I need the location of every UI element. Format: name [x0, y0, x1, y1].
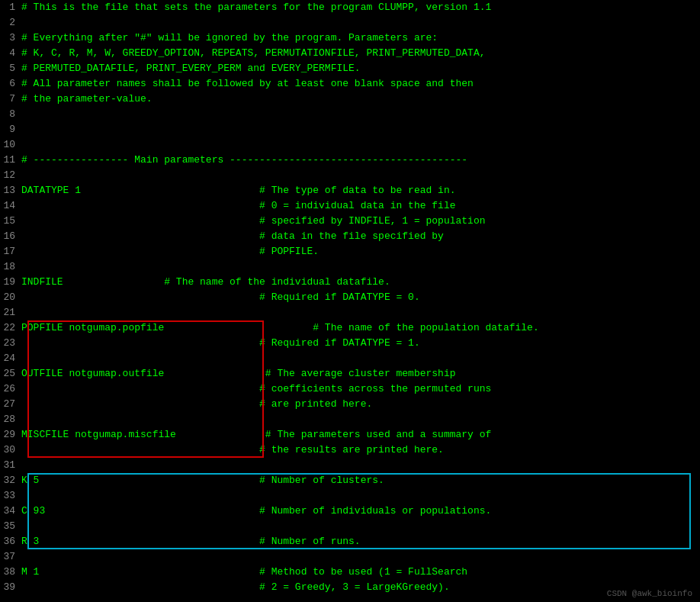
line-number: 11 [0, 153, 21, 168]
table-row: 26 # coefficients across the permuted ru… [0, 381, 700, 397]
table-row: 35 [0, 519, 700, 534]
line-number: 39 [0, 580, 21, 595]
line-number: 14 [0, 198, 21, 214]
line-content: # Required if DATATYPE = 1. [21, 336, 700, 351]
line-number: 8 [0, 107, 21, 122]
line-content: # POPFILE. [21, 244, 700, 259]
line-content: M 1 # Method to be used (1 = FullSearch [21, 565, 700, 580]
table-row: 34C 93 # Number of individuals or popula… [0, 504, 700, 519]
line-content: # coefficients across the permuted runs [21, 381, 700, 397]
table-row: 2 [0, 15, 700, 31]
line-number: 1 [0, 0, 21, 15]
table-row: 28 [0, 412, 700, 427]
table-row: 33 [0, 488, 700, 504]
line-content: POPFILE notgumap.popfile # The name of t… [21, 320, 700, 336]
line-number: 38 [0, 565, 21, 580]
line-number: 12 [0, 168, 21, 183]
line-content: # Everything after "#" will be ignored b… [21, 31, 700, 46]
table-row: 13DATATYPE 1 # The type of data to be re… [0, 183, 700, 198]
table-row: 30 # the results are printed here. [0, 443, 700, 458]
line-number: 16 [0, 229, 21, 244]
line-number: 27 [0, 397, 21, 412]
line-number: 9 [0, 122, 21, 137]
line-content: # K, C, R, M, W, GREEDY_OPTION, REPEATS,… [21, 46, 700, 61]
line-content: # PERMUTED_DATAFILE, PRINT_EVERY_PERM an… [21, 61, 700, 76]
table-row: 6# All parameter names shall be followed… [0, 76, 700, 92]
line-number: 10 [0, 137, 21, 153]
table-row: 21 [0, 305, 700, 320]
table-row: 1# This is the file that sets the parame… [0, 0, 700, 15]
line-number: 5 [0, 61, 21, 76]
line-number: 7 [0, 92, 21, 107]
line-number: 13 [0, 183, 21, 198]
line-number: 34 [0, 504, 21, 519]
table-row: 24 [0, 351, 700, 366]
table-row: 32K 5 # Number of clusters. [0, 473, 700, 488]
table-row: 16 # data in the file specified by [0, 229, 700, 244]
table-row: 25OUTFILE notgumap.outfile # The average… [0, 366, 700, 381]
table-row: 29MISCFILE notgumap.miscfile # The param… [0, 427, 700, 443]
table-row: 23 # Required if DATATYPE = 1. [0, 336, 700, 351]
line-content: K 5 # Number of clusters. [21, 473, 700, 488]
table-row: 11# ---------------- Main parameters ---… [0, 153, 700, 168]
line-content: # data in the file specified by [21, 229, 700, 244]
line-content: # ---------------- Main parameters -----… [21, 153, 700, 168]
line-number: 32 [0, 473, 21, 488]
line-content: # specified by INDFILE, 1 = population [21, 214, 700, 229]
code-lines: 1# This is the file that sets the parame… [0, 0, 700, 595]
line-content: # are printed here. [21, 397, 700, 412]
line-number: 19 [0, 275, 21, 290]
line-number: 17 [0, 244, 21, 259]
code-container: 1# This is the file that sets the parame… [0, 0, 700, 602]
table-row: 10 [0, 137, 700, 153]
line-number: 36 [0, 534, 21, 549]
line-content: OUTFILE notgumap.outfile # The average c… [21, 366, 700, 381]
line-content: R 3 # Number of runs. [21, 534, 700, 549]
table-row: 9 [0, 122, 700, 137]
line-number: 31 [0, 458, 21, 473]
table-row: 22POPFILE notgumap.popfile # The name of… [0, 320, 700, 336]
line-number: 28 [0, 412, 21, 427]
line-number: 37 [0, 549, 21, 565]
table-row: 14 # 0 = individual data in the file [0, 198, 700, 214]
table-row: 8 [0, 107, 700, 122]
table-row: 15 # specified by INDFILE, 1 = populatio… [0, 214, 700, 229]
table-row: 20 # Required if DATATYPE = 0. [0, 290, 700, 305]
line-content: # the parameter-value. [21, 92, 700, 107]
table-row: 36R 3 # Number of runs. [0, 534, 700, 549]
line-number: 29 [0, 427, 21, 443]
line-content: # 2 = Greedy, 3 = LargeKGreedy). [21, 580, 700, 595]
line-number: 2 [0, 15, 21, 31]
line-number: 24 [0, 351, 21, 366]
line-content: # Required if DATATYPE = 0. [21, 290, 700, 305]
line-content: INDFILE # The name of the individual dat… [21, 275, 700, 290]
table-row: 18 [0, 259, 700, 275]
table-row: 27 # are printed here. [0, 397, 700, 412]
line-number: 15 [0, 214, 21, 229]
line-number: 3 [0, 31, 21, 46]
line-number: 33 [0, 488, 21, 504]
table-row: 4# K, C, R, M, W, GREEDY_OPTION, REPEATS… [0, 46, 700, 61]
line-number: 4 [0, 46, 21, 61]
line-content: C 93 # Number of individuals or populati… [21, 504, 700, 519]
line-content: # the results are printed here. [21, 443, 700, 458]
line-number: 30 [0, 443, 21, 458]
line-content: MISCFILE notgumap.miscfile # The paramet… [21, 427, 700, 443]
line-content: DATATYPE 1 # The type of data to be read… [21, 183, 700, 198]
line-content: # All parameter names shall be followed … [21, 76, 700, 92]
line-content: # 0 = individual data in the file [21, 198, 700, 214]
line-content: # This is the file that sets the paramet… [21, 0, 700, 15]
table-row: 19INDFILE # The name of the individual d… [0, 275, 700, 290]
line-number: 26 [0, 381, 21, 397]
table-row: 7# the parameter-value. [0, 92, 700, 107]
table-row: 17 # POPFILE. [0, 244, 700, 259]
table-row: 39 # 2 = Greedy, 3 = LargeKGreedy). [0, 580, 700, 595]
table-row: 12 [0, 168, 700, 183]
line-number: 6 [0, 76, 21, 92]
line-number: 25 [0, 366, 21, 381]
table-row: 5# PERMUTED_DATAFILE, PRINT_EVERY_PERM a… [0, 61, 700, 76]
line-number: 20 [0, 290, 21, 305]
line-number: 22 [0, 320, 21, 336]
line-number: 18 [0, 259, 21, 275]
line-number: 21 [0, 305, 21, 320]
